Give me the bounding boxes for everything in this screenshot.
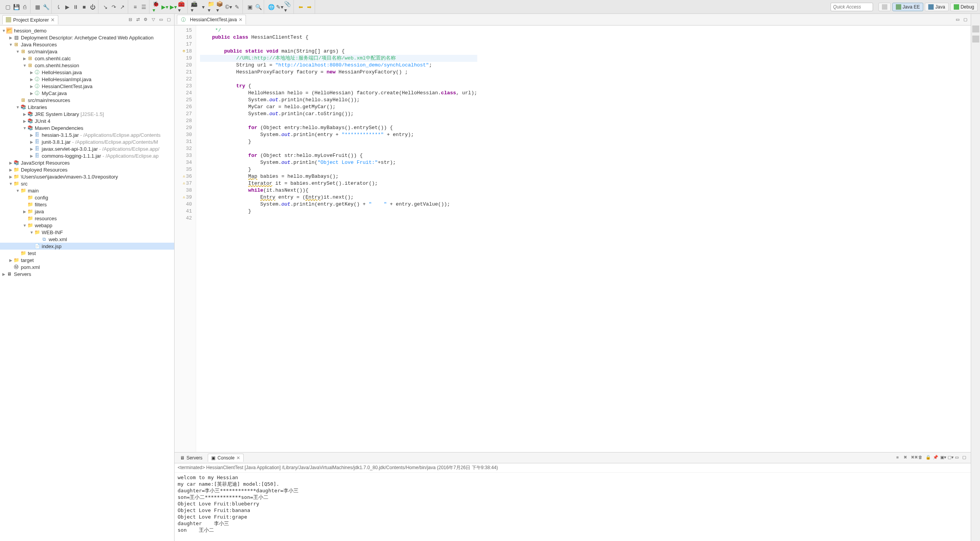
debug-skip-icon[interactable]: ⤹ bbox=[55, 3, 63, 11]
open-console-icon[interactable]: ▢▾ bbox=[948, 455, 954, 461]
scroll-lock-icon[interactable]: 🔒 bbox=[926, 455, 932, 461]
maximize-icon[interactable]: ▢ bbox=[962, 17, 968, 23]
tree-item[interactable]: 📁filters bbox=[0, 201, 174, 208]
remove-all-icon[interactable]: ✖✖ bbox=[911, 455, 917, 461]
maximize-icon[interactable]: ▢ bbox=[962, 455, 968, 461]
open-perspective-button[interactable] bbox=[878, 3, 891, 11]
minimize-icon[interactable]: ▭ bbox=[955, 17, 961, 23]
tree-item[interactable]: ⊞src/main/resources bbox=[0, 97, 174, 104]
format-icon[interactable]: ☰ bbox=[140, 3, 148, 11]
remove-launch-icon[interactable]: ✖ bbox=[904, 455, 910, 461]
minimize-icon[interactable]: ▭ bbox=[158, 17, 164, 23]
outline-icon[interactable] bbox=[972, 26, 979, 32]
expand-arrow-icon[interactable]: ▼ bbox=[15, 105, 20, 109]
build-icon[interactable]: 🔧 bbox=[42, 3, 50, 11]
forward-icon[interactable]: ➡ bbox=[305, 3, 313, 11]
tree-item[interactable]: ▼📁WEB-INF bbox=[0, 229, 174, 236]
expand-arrow-icon[interactable]: ▼ bbox=[22, 126, 27, 130]
project-explorer-tab[interactable]: Project Explorer ✕ bbox=[2, 15, 58, 24]
file-index-jsp[interactable]: 📄index.jsp bbox=[0, 243, 174, 250]
quick-access-input[interactable] bbox=[831, 3, 873, 11]
expand-arrow-icon[interactable]: ▶ bbox=[29, 133, 34, 137]
save-all-icon[interactable]: ⎙ bbox=[21, 3, 29, 11]
debug-pause-icon[interactable]: ⏸ bbox=[72, 3, 80, 11]
tree-item[interactable]: ▼📚Libraries bbox=[0, 104, 174, 111]
expand-arrow-icon[interactable]: ▶ bbox=[29, 154, 34, 158]
servers-tab[interactable]: 🖥 Servers bbox=[177, 454, 205, 462]
step-into-icon[interactable]: ↘ bbox=[102, 3, 109, 11]
tree-item[interactable]: ▶🗄javax.servlet-api-3.0.1.jar - /Applica… bbox=[0, 145, 174, 152]
maximize-icon[interactable]: ▢ bbox=[166, 17, 172, 23]
expand-arrow-icon[interactable]: ▶ bbox=[8, 258, 13, 262]
tree-item[interactable]: ▼📚Maven Dependencies bbox=[0, 124, 174, 131]
tree-item[interactable]: ▼⊞src/main/java bbox=[0, 48, 174, 55]
perspective-java[interactable]: Java bbox=[925, 3, 948, 11]
step-over-icon[interactable]: ↷ bbox=[110, 3, 118, 11]
tree-item[interactable]: ▼⊞Java Resources bbox=[0, 41, 174, 48]
search-icon[interactable]: 🔍 bbox=[254, 3, 262, 11]
expand-arrow-icon[interactable]: ▶ bbox=[29, 84, 34, 88]
tree-item[interactable]: ▼⊞com.shenhl.hession bbox=[0, 62, 174, 69]
view-menu-icon[interactable]: ▽ bbox=[150, 17, 156, 23]
debug-disconnect-icon[interactable]: ⏻ bbox=[89, 3, 97, 11]
tree-item[interactable]: ⧉web.xml bbox=[0, 236, 174, 243]
code-content[interactable]: */ public class HessianClientTest { publ… bbox=[196, 26, 477, 452]
run-last-icon[interactable]: ▶▾ bbox=[170, 3, 177, 11]
debug-dropdown-icon[interactable]: 🐞▾ bbox=[153, 3, 160, 11]
expand-arrow-icon[interactable]: ▼ bbox=[29, 230, 34, 235]
close-icon[interactable]: ✕ bbox=[236, 455, 240, 461]
tree-item[interactable]: ▶📚JavaScript Resources bbox=[0, 159, 174, 166]
new-project-icon[interactable]: 📁▾ bbox=[208, 3, 215, 11]
new-ejb-icon[interactable]: ▾ bbox=[199, 3, 207, 11]
tree-item[interactable]: ▼📁webapp bbox=[0, 222, 174, 229]
project-tree[interactable]: ▼📂hession_demo▶▤Deployment Descriptor: A… bbox=[0, 26, 174, 541]
expand-arrow-icon[interactable]: ▶ bbox=[22, 209, 27, 214]
web-browser-icon[interactable]: 🌐 bbox=[267, 3, 275, 11]
tree-item[interactable]: ▶⊞com.shenhl.calc bbox=[0, 55, 174, 62]
perspective-javaee[interactable]: Java EE bbox=[892, 3, 924, 11]
display-selected-icon[interactable]: ▣▾ bbox=[940, 455, 946, 461]
expand-arrow-icon[interactable]: ▶ bbox=[22, 112, 27, 116]
link-editor-icon[interactable]: ⇄ bbox=[135, 17, 141, 23]
save-icon[interactable]: 💾 bbox=[12, 3, 20, 11]
expand-arrow-icon[interactable]: ▼ bbox=[15, 189, 20, 193]
minimize-icon[interactable]: ▭ bbox=[955, 455, 961, 461]
tree-item[interactable]: ▶▤Deployment Descriptor: Archetype Creat… bbox=[0, 34, 174, 41]
project-root[interactable]: ▼📂hession_demo bbox=[0, 27, 174, 34]
new-class-icon[interactable]: ©▾ bbox=[225, 3, 232, 11]
tree-item[interactable]: ▶📁Deployed Resources bbox=[0, 166, 174, 173]
bookmark-icon[interactable]: 📎▾ bbox=[284, 3, 292, 11]
tree-item[interactable]: ▶ⓙHessianClientTest.java bbox=[0, 83, 174, 90]
tree-item[interactable]: Ⓜpom.xml bbox=[0, 264, 174, 270]
new-package-icon[interactable]: 📦▾ bbox=[216, 3, 224, 11]
expand-arrow-icon[interactable]: ▶ bbox=[8, 161, 13, 165]
new-icon[interactable]: ▢ bbox=[4, 3, 12, 11]
filter-icon[interactable]: ⚙ bbox=[142, 17, 149, 23]
tree-item[interactable]: ▶🖥Servers bbox=[0, 270, 174, 277]
clear-icon[interactable]: 🗑 bbox=[918, 455, 924, 461]
expand-arrow-icon[interactable]: ▶ bbox=[29, 147, 34, 151]
tree-item[interactable]: 📁test bbox=[0, 250, 174, 257]
expand-arrow-icon[interactable]: ▶ bbox=[29, 77, 34, 82]
close-icon[interactable]: ✕ bbox=[239, 17, 242, 22]
tree-item[interactable]: ▶🗄hessian-3.1.5.jar - /Applications/Ecli… bbox=[0, 131, 174, 138]
tree-item[interactable]: 📁resources bbox=[0, 215, 174, 222]
tree-item[interactable]: ▼📁src bbox=[0, 180, 174, 187]
expand-arrow-icon[interactable]: ▶ bbox=[8, 168, 13, 172]
pin-icon[interactable]: 📌 bbox=[933, 455, 939, 461]
expand-arrow-icon[interactable]: ▼ bbox=[8, 43, 13, 47]
back-icon[interactable]: ⬅ bbox=[297, 3, 305, 11]
collapse-all-icon[interactable]: ⊟ bbox=[127, 17, 133, 23]
tree-item[interactable]: ▶📁\Users\user\javadev\maven-3.1.0\reposi… bbox=[0, 173, 174, 180]
editor-tab[interactable]: ⓙ HessianClientTest.java ✕ bbox=[177, 15, 246, 24]
task-icon[interactable]: ▣ bbox=[246, 3, 254, 11]
run-dropdown-icon[interactable]: ▶▾ bbox=[161, 3, 169, 11]
expand-arrow-icon[interactable]: ▼ bbox=[22, 63, 27, 68]
expand-arrow-icon[interactable]: ▼ bbox=[2, 29, 6, 33]
expand-arrow-icon[interactable]: ▶ bbox=[29, 140, 34, 144]
align-icon[interactable]: ≡ bbox=[131, 3, 139, 11]
expand-arrow-icon[interactable]: ▶ bbox=[22, 56, 27, 61]
tree-item[interactable]: ▶📚JRE System Library [J2SE-1.5] bbox=[0, 111, 174, 117]
expand-arrow-icon[interactable]: ▼ bbox=[8, 182, 13, 186]
debug-stop-icon[interactable]: ■ bbox=[80, 3, 88, 11]
